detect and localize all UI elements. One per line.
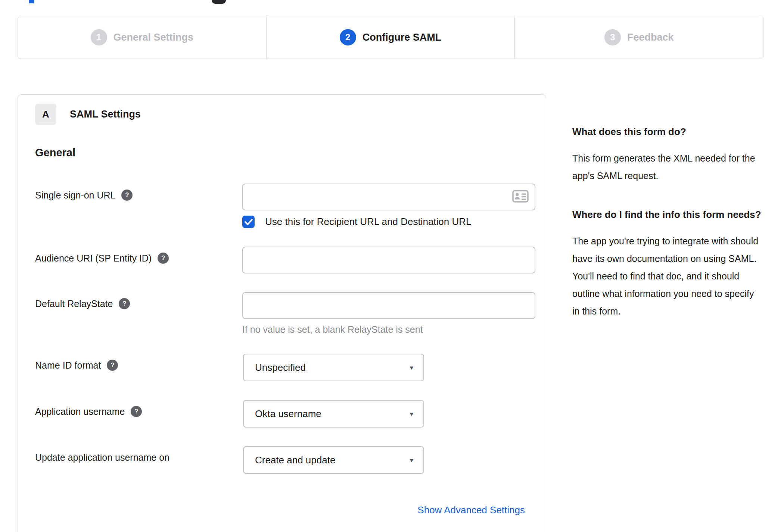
single-sign-on-url-label: Single sign-on URL [35, 190, 115, 201]
field-row-update-username-on: Update application username on Create an… [35, 446, 535, 474]
field-row-audience-uri: Audience URI (SP Entity ID) ? [35, 247, 535, 273]
step-number-badge: 1 [91, 29, 107, 46]
step-number-badge: 2 [340, 29, 356, 46]
saml-settings-panel: A SAML Settings General Single sign-on U… [18, 94, 546, 532]
audience-uri-input[interactable] [242, 247, 535, 273]
cutoff-logo-fragment [29, 0, 34, 3]
update-username-on-select[interactable]: Create and update ▼ [243, 446, 424, 474]
sidebar-heading-where: Where do I find the info this form needs… [572, 206, 763, 223]
step-number-badge: 3 [604, 29, 621, 46]
dropdown-arrow-icon: ▼ [408, 457, 414, 463]
update-username-on-label: Update application username on [35, 452, 169, 463]
field-row-single-sign-on-url: Single sign-on URL ? [35, 184, 535, 228]
field-row-default-relaystate: Default RelayState ? If no value is set,… [35, 292, 535, 335]
sidebar-heading-what: What does this form do? [572, 123, 763, 140]
step-label: Configure SAML [363, 32, 441, 43]
application-username-label: Application username [35, 406, 125, 417]
general-heading: General [35, 147, 535, 159]
recipient-url-checkbox-label: Use this for Recipient URL and Destinati… [265, 216, 472, 228]
step-label: General Settings [113, 32, 194, 43]
field-row-name-id-format: Name ID format ? Unspecified ▼ [35, 354, 535, 381]
application-username-select[interactable]: Okta username ▼ [243, 400, 424, 428]
help-icon[interactable]: ? [107, 360, 118, 371]
name-id-format-label: Name ID format [35, 360, 101, 371]
show-advanced-settings-link[interactable]: Show Advanced Settings [417, 504, 525, 516]
relaystate-hint: If no value is set, a blank RelayState i… [242, 324, 535, 335]
dropdown-arrow-icon: ▼ [408, 411, 414, 417]
step-feedback[interactable]: 3 Feedback [514, 16, 763, 59]
step-label: Feedback [627, 32, 674, 43]
audience-uri-label: Audience URI (SP Entity ID) [35, 253, 152, 264]
default-relaystate-input[interactable] [242, 292, 535, 319]
step-configure-saml[interactable]: 2 Configure SAML [266, 16, 515, 59]
help-sidebar: What does this form do? This form genera… [572, 94, 763, 342]
section-badge-a: A [35, 104, 56, 125]
name-id-format-value: Unspecified [255, 362, 306, 373]
sidebar-body-where: The app you're trying to integrate with … [572, 232, 763, 320]
single-sign-on-url-input[interactable] [242, 184, 535, 210]
contact-card-icon[interactable] [512, 190, 529, 204]
cutoff-header-fragment [212, 0, 226, 4]
application-username-value: Okta username [255, 408, 321, 420]
help-icon[interactable]: ? [119, 298, 130, 309]
default-relaystate-label: Default RelayState [35, 298, 113, 309]
recipient-url-checkbox[interactable] [242, 216, 255, 228]
dropdown-arrow-icon: ▼ [408, 364, 414, 371]
update-username-on-value: Create and update [255, 454, 335, 466]
help-icon[interactable]: ? [121, 190, 133, 201]
name-id-format-select[interactable]: Unspecified ▼ [243, 354, 424, 381]
step-general-settings[interactable]: 1 General Settings [18, 16, 266, 59]
field-row-application-username: Application username ? Okta username ▼ [35, 400, 535, 428]
help-icon[interactable]: ? [158, 253, 169, 264]
sidebar-body-what: This form generates the XML needed for t… [572, 150, 763, 185]
help-icon[interactable]: ? [131, 406, 142, 417]
section-title: SAML Settings [70, 109, 141, 120]
wizard-stepper: 1 General Settings 2 Configure SAML 3 Fe… [18, 16, 763, 59]
